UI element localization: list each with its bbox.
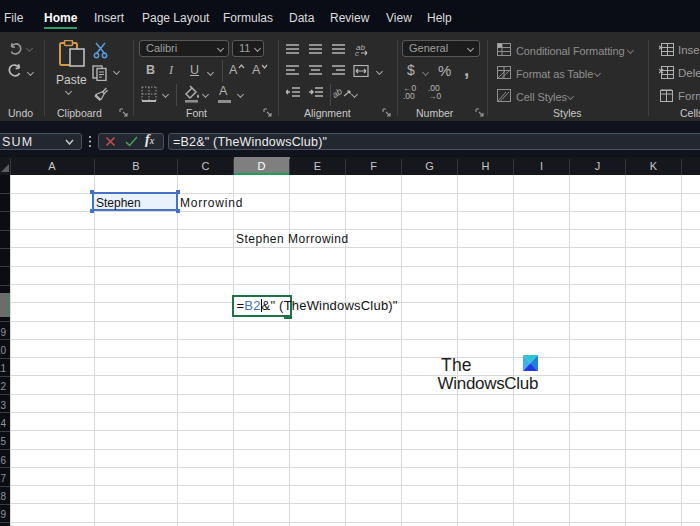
svg-text:c: c — [355, 49, 359, 56]
svg-text:ab: ab — [330, 87, 344, 100]
